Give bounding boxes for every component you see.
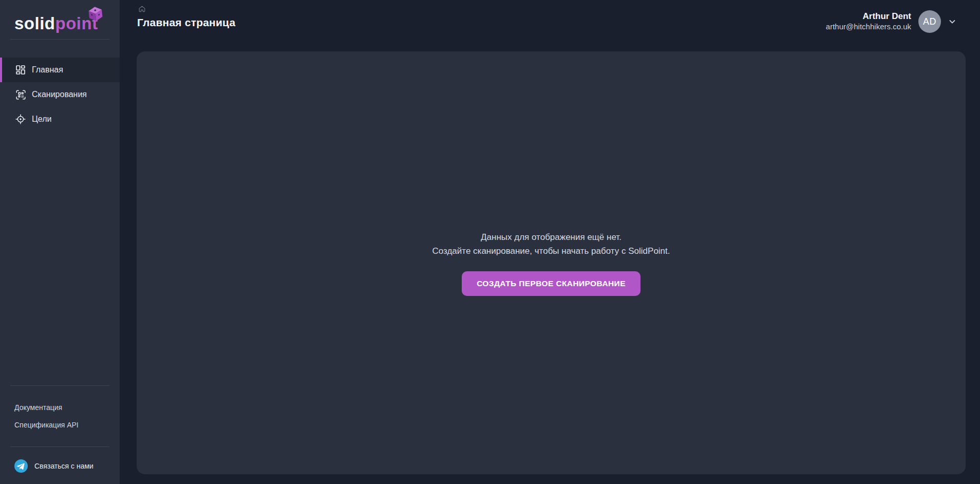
telegram-icon (14, 459, 28, 473)
sidebar-divider-top (10, 39, 109, 40)
chevron-down-icon[interactable] (948, 17, 956, 26)
sidebar-item-targets[interactable]: Цели (0, 107, 120, 132)
target-icon (15, 114, 26, 124)
user-email: arthur@hitchhikers.co.uk (826, 22, 911, 32)
docs-link[interactable]: Документация (14, 403, 120, 412)
user-info: Arthur Dent arthur@hitchhikers.co.uk (826, 11, 911, 32)
sidebar-item-label: Сканирования (32, 90, 87, 99)
brand-text: solidpoint (14, 14, 98, 33)
sidebar-footer: Документация Спецификация API Связаться … (0, 385, 120, 484)
brand-text-solid: solid (14, 14, 55, 33)
main-area: Главная страница Arthur Dent arthur@hitc… (120, 0, 980, 484)
contact-us-link[interactable]: Связаться с нами (0, 447, 120, 484)
app-root: solidpoint (0, 0, 980, 484)
user-menu[interactable]: Arthur Dent arthur@hitchhikers.co.uk AD (826, 10, 956, 33)
cube-logo-icon (87, 6, 104, 24)
sidebar-item-label: Главная (32, 65, 63, 75)
qr-scan-icon (15, 90, 26, 100)
sidebar-item-label: Цели (32, 115, 51, 124)
sidebar-item-scans[interactable]: Сканирования (0, 82, 120, 107)
empty-state-line2: Создайте сканирование, чтобы начать рабо… (432, 244, 670, 258)
create-first-scan-button[interactable]: СОЗДАТЬ ПЕРВОЕ СКАНИРОВАНИЕ (462, 271, 640, 296)
contact-us-label: Связаться с нами (34, 462, 93, 470)
sidebar-item-home[interactable]: Главная (0, 58, 120, 82)
empty-state-line1: Данных для отображения ещё нет. (481, 230, 621, 244)
dashboard-icon (15, 65, 26, 75)
page-header: Главная страница Arthur Dent arthur@hitc… (137, 0, 966, 51)
home-icon (138, 5, 146, 15)
page-title: Главная страница (137, 16, 235, 29)
breadcrumb-home[interactable] (138, 5, 146, 15)
sidebar: solidpoint (0, 0, 120, 484)
api-spec-link[interactable]: Спецификация API (14, 421, 120, 429)
brand-logo[interactable]: solidpoint (0, 0, 120, 39)
user-name: Arthur Dent (826, 11, 911, 22)
content-card: Данных для отображения ещё нет. Создайте… (137, 51, 966, 474)
sidebar-footer-links: Документация Спецификация API (0, 386, 120, 446)
avatar[interactable]: AD (918, 10, 941, 33)
sidebar-nav: Главная (0, 58, 120, 132)
